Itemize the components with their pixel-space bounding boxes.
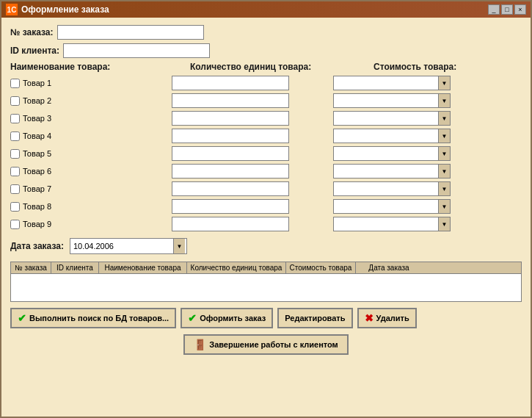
goods-item-5: Товар 5 [10,145,157,162]
price-dropdown-arrow-5[interactable]: ▼ [438,147,450,160]
table-col-qty: Количество единиц товара [187,262,286,273]
qty-input-3[interactable] [172,111,289,126]
finish-button-label: Завершение работы с клиентом [209,340,338,349]
price-row-5: ▼ [333,145,473,162]
goods-checkbox-3[interactable] [10,114,20,123]
date-value: 10.04.2006 [72,242,114,251]
goods-checkbox-2[interactable] [10,96,20,106]
price-dropdown-arrow-4[interactable]: ▼ [438,129,450,143]
order-button[interactable]: ✔ Оформить заказ [181,308,273,328]
price-dropdown-6[interactable]: ▼ [333,164,451,179]
search-check-icon: ✔ [18,312,26,324]
action-buttons: ✔ Выполнить поиск по БД товаров... ✔ Офо… [10,308,522,328]
qty-column-header: Количество единиц товара: [190,62,359,72]
price-dropdown-2[interactable]: ▼ [333,93,451,108]
qty-input-6[interactable] [172,164,289,179]
price-row-2: ▼ [333,93,473,109]
qty-input-4[interactable] [172,129,289,143]
price-row-6: ▼ [333,163,473,179]
goods-label-8: Товар 8 [23,202,51,211]
price-row-9: ▼ [333,216,473,232]
goods-checkbox-6[interactable] [10,167,20,176]
qty-input-5[interactable] [172,146,289,161]
finish-icon: 🚪 [194,339,206,350]
goods-checkbox-5[interactable] [10,149,20,159]
title-bar-left: 1C Оформление заказа [6,4,109,15]
price-dropdown-arrow-6[interactable]: ▼ [438,165,450,178]
delete-button[interactable]: ✖ Удалить [357,308,417,328]
order-check-icon: ✔ [188,312,197,324]
date-dropdown-arrow[interactable]: ▼ [173,239,185,253]
qty-row-4 [172,128,318,144]
price-dropdown-1[interactable]: ▼ [333,76,451,90]
qty-row-1 [172,75,318,91]
price-column-header: Стоимость товара: [374,62,520,72]
price-dropdown-9[interactable]: ▼ [333,217,451,231]
client-id-label: ID клиента: [10,46,59,56]
qty-row-7 [172,181,318,197]
goods-label-2: Товар 2 [23,96,51,105]
goods-checkboxes: Товар 1 Товар 2 Товар 3 Товар 4 Товар 5 [10,75,157,232]
order-number-label: № заказа: [10,27,54,37]
goods-item-4: Товар 4 [10,128,157,144]
goods-label-3: Товар 3 [23,114,51,123]
price-dropdown-arrow-7[interactable]: ▼ [438,182,450,195]
window-controls: _ □ × [488,4,526,15]
window-title: Оформление заказа [21,4,109,15]
goods-label-5: Товар 5 [23,149,51,158]
goods-label-6: Товар 6 [23,167,51,176]
qty-input-7[interactable] [172,181,289,196]
goods-item-1: Товар 1 [10,75,157,91]
order-number-input[interactable] [57,25,204,40]
close-button[interactable]: × [514,4,526,15]
price-dropdown-arrow-2[interactable]: ▼ [438,94,450,107]
qty-row-2 [172,93,318,109]
minimize-button[interactable]: _ [488,4,500,15]
price-dropdown-arrow-8[interactable]: ▼ [438,200,450,213]
price-dropdown-4[interactable]: ▼ [333,129,451,143]
bottom-row: 🚪 Завершение работы с клиентом [10,334,522,355]
date-row: Дата заказа: 10.04.2006 ▼ [10,238,522,254]
price-dropdown-arrow-1[interactable]: ▼ [438,76,450,90]
search-button[interactable]: ✔ Выполнить поиск по БД товаров... [10,308,176,328]
date-picker[interactable]: 10.04.2006 ▼ [70,238,187,254]
goods-checkbox-9[interactable] [10,220,20,229]
goods-column-header: Наименование товара: [10,62,172,72]
table-col-order-num: № заказа [11,262,51,273]
price-row-7: ▼ [333,181,473,197]
table-col-price: Стоимость товара [286,262,356,273]
goods-checkbox-7[interactable] [10,184,20,194]
price-dropdown-arrow-3[interactable]: ▼ [438,112,450,125]
maximize-button[interactable]: □ [501,4,513,15]
delete-button-label: Удалить [376,314,409,322]
price-dropdown-arrow-9[interactable]: ▼ [438,217,450,231]
qty-row-3 [172,110,318,126]
order-number-row: № заказа: [10,25,522,40]
table-body [11,274,521,292]
goods-label-9: Товар 9 [23,220,51,228]
qty-input-8[interactable] [172,199,289,214]
qty-input-2[interactable] [172,93,289,108]
client-id-input[interactable] [63,43,210,58]
qty-row-8 [172,198,318,215]
goods-item-9: Товар 9 [10,216,157,232]
goods-checkbox-1[interactable] [10,79,20,88]
goods-checkbox-4[interactable] [10,131,20,141]
price-dropdown-7[interactable]: ▼ [333,181,451,196]
finish-button[interactable]: 🚪 Завершение работы с клиентом [183,334,349,355]
qty-input-1[interactable] [172,76,289,90]
price-row-8: ▼ [333,198,473,215]
goods-label-7: Товар 7 [23,184,51,193]
price-row-4: ▼ [333,128,473,144]
price-dropdown-8[interactable]: ▼ [333,199,451,214]
goods-label-1: Товар 1 [23,79,51,87]
delete-x-icon: ✖ [365,312,374,324]
price-dropdown-3[interactable]: ▼ [333,111,451,126]
price-row-1: ▼ [333,75,473,91]
qty-input-9[interactable] [172,217,289,231]
price-column: ▼ ▼ ▼ ▼ [333,75,473,232]
price-dropdown-5[interactable]: ▼ [333,146,451,161]
edit-button[interactable]: Редактировать [277,308,352,328]
goods-checkbox-8[interactable] [10,202,20,212]
main-window: 1C Оформление заказа _ □ × № заказа: ID … [0,0,532,418]
